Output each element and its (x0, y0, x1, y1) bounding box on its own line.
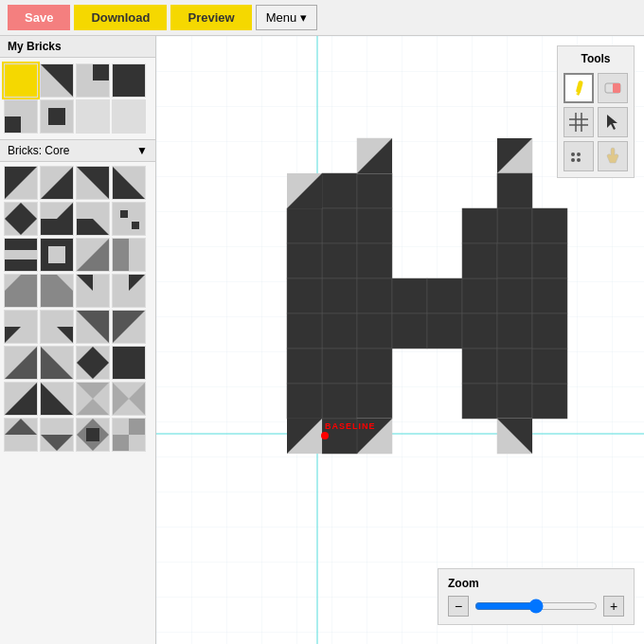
bricks-core-header: Bricks: Core ▼ (0, 140, 155, 162)
core-brick-item[interactable] (76, 310, 110, 344)
eraser-tool-button[interactable] (598, 73, 628, 103)
my-bricks-grid (4, 63, 152, 134)
core-brick-item[interactable] (40, 274, 74, 308)
grid-tool-button[interactable] (564, 107, 594, 137)
my-bricks-title: My Bricks (0, 36, 155, 58)
core-brick-item[interactable] (40, 346, 74, 380)
core-brick-item[interactable] (76, 382, 110, 416)
save-button[interactable]: Save (8, 5, 70, 30)
svg-rect-106 (427, 278, 462, 313)
svg-rect-137 (287, 384, 322, 419)
core-brick-item[interactable] (76, 238, 110, 272)
svg-rect-26 (113, 203, 145, 235)
svg-marker-150 (607, 115, 617, 130)
core-brick-item[interactable] (40, 202, 74, 236)
svg-rect-135 (287, 313, 322, 349)
bricks-core-grid (0, 162, 155, 456)
menu-button[interactable]: Menu ▾ (256, 5, 318, 30)
zoom-in-button[interactable]: + (603, 596, 624, 617)
core-brick-item[interactable] (4, 238, 38, 272)
svg-rect-136 (287, 349, 322, 384)
pencil-tool-button[interactable] (564, 73, 594, 103)
svg-point-151 (571, 152, 575, 156)
my-brick-item[interactable] (4, 99, 38, 134)
core-brick-item[interactable] (4, 166, 38, 200)
core-brick-item[interactable] (40, 238, 74, 272)
core-brick-item[interactable] (4, 382, 38, 416)
svg-rect-0 (5, 64, 37, 97)
core-brick-item[interactable] (76, 418, 110, 452)
download-button[interactable]: Download (74, 5, 167, 30)
core-brick-item[interactable] (76, 346, 110, 380)
core-brick-item[interactable] (40, 310, 74, 344)
canvas-area[interactable]: BASELINE Tools (156, 36, 644, 644)
core-brick-item[interactable] (40, 382, 74, 416)
svg-rect-37 (113, 239, 129, 271)
core-brick-item[interactable] (4, 274, 38, 308)
core-brick-item[interactable] (4, 346, 38, 380)
my-brick-item[interactable] (40, 63, 74, 98)
bricks-core-title: Bricks: Core (8, 144, 69, 157)
svg-rect-93 (497, 208, 532, 243)
svg-rect-132 (287, 208, 322, 243)
my-brick-item[interactable] (76, 63, 110, 98)
dotgrid-tool-button[interactable] (564, 141, 594, 171)
core-brick-item[interactable] (4, 310, 38, 344)
core-brick-item[interactable] (112, 202, 146, 236)
svg-rect-110 (462, 313, 497, 349)
svg-rect-107 (462, 278, 497, 313)
svg-rect-4 (93, 64, 109, 80)
core-brick-item[interactable] (112, 346, 146, 380)
core-brick-item[interactable] (76, 166, 110, 200)
tools-row-1 (564, 73, 628, 103)
svg-rect-133 (287, 243, 322, 278)
svg-rect-142 (576, 80, 583, 94)
svg-rect-103 (357, 349, 392, 384)
svg-rect-94 (322, 243, 357, 278)
my-brick-item[interactable] (112, 63, 146, 98)
core-brick-item[interactable] (76, 202, 110, 236)
svg-rect-109 (427, 313, 462, 349)
svg-rect-100 (357, 243, 392, 278)
svg-rect-9 (48, 108, 65, 125)
svg-rect-131 (532, 313, 567, 349)
core-brick-item[interactable] (112, 166, 146, 200)
core-brick-item[interactable] (4, 418, 38, 452)
hand-tool-button[interactable] (598, 141, 628, 171)
zoom-out-button[interactable]: − (448, 596, 469, 617)
bricks-core-dropdown-icon[interactable]: ▼ (136, 144, 148, 157)
core-brick-item[interactable] (112, 418, 146, 452)
bricks-core-scroll (0, 162, 155, 644)
zoom-row: − + (448, 596, 624, 617)
core-brick-item[interactable] (112, 382, 146, 416)
baseline-dot (321, 432, 329, 439)
svg-rect-104 (357, 384, 392, 419)
tools-panel: Tools (557, 45, 635, 178)
preview-button[interactable]: Preview (170, 5, 251, 30)
core-brick-item[interactable] (4, 202, 38, 236)
svg-rect-145 (613, 83, 620, 93)
core-brick-item[interactable] (40, 418, 74, 452)
svg-rect-11 (113, 100, 145, 133)
svg-rect-77 (86, 428, 99, 441)
svg-rect-5 (113, 64, 145, 97)
svg-marker-80 (129, 435, 145, 451)
core-brick-item[interactable] (40, 166, 74, 200)
svg-rect-31 (5, 259, 37, 271)
zoom-title: Zoom (448, 577, 624, 590)
core-brick-item[interactable] (112, 274, 146, 308)
my-brick-item[interactable] (76, 99, 110, 134)
tools-row-2 (564, 107, 628, 137)
select-tool-button[interactable] (598, 107, 628, 137)
svg-rect-10 (77, 100, 109, 133)
svg-rect-86 (322, 208, 357, 243)
svg-point-153 (571, 158, 575, 162)
my-brick-item[interactable] (4, 63, 38, 98)
my-brick-item[interactable] (40, 99, 74, 134)
svg-rect-92 (497, 173, 532, 208)
core-brick-item[interactable] (112, 310, 146, 344)
zoom-slider[interactable] (474, 599, 598, 614)
my-brick-item[interactable] (112, 99, 146, 134)
core-brick-item[interactable] (112, 238, 146, 272)
core-brick-item[interactable] (76, 274, 110, 308)
